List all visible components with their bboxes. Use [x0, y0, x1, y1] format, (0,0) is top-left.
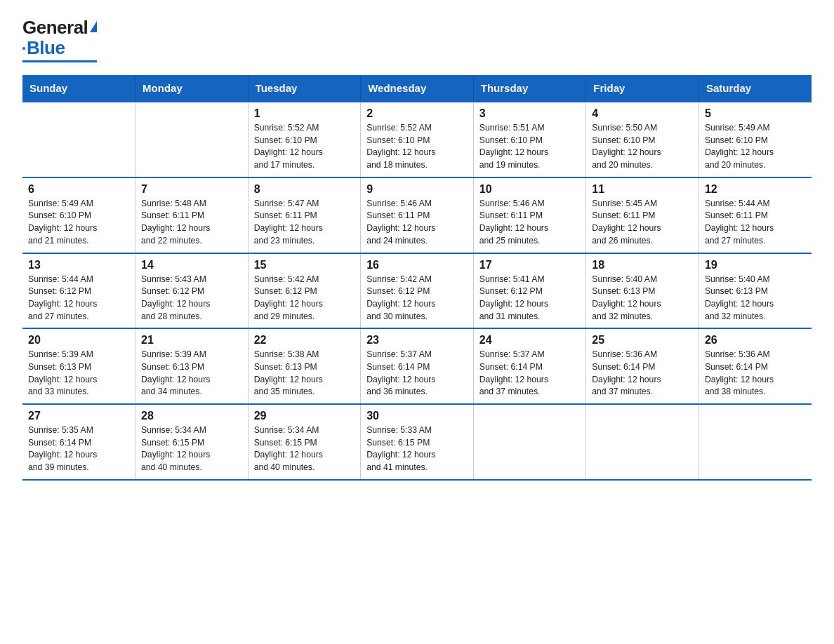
calendar-cell: 2Sunrise: 5:52 AM Sunset: 6:10 PM Daylig… — [361, 102, 474, 177]
day-info: Sunrise: 5:34 AM Sunset: 6:15 PM Dayligh… — [254, 424, 355, 474]
calendar-cell — [22, 102, 135, 177]
day-info: Sunrise: 5:40 AM Sunset: 6:13 PM Dayligh… — [705, 274, 806, 323]
day-info: Sunrise: 5:44 AM Sunset: 6:11 PM Dayligh… — [705, 198, 806, 248]
day-info: Sunrise: 5:48 AM Sunset: 6:11 PM Dayligh… — [141, 198, 242, 248]
day-number: 20 — [28, 334, 129, 347]
day-info: Sunrise: 5:39 AM Sunset: 6:13 PM Dayligh… — [28, 349, 129, 398]
day-info: Sunrise: 5:36 AM Sunset: 6:14 PM Dayligh… — [705, 349, 806, 398]
day-number: 7 — [141, 183, 242, 196]
day-number: 5 — [705, 107, 806, 120]
calendar-cell: 4Sunrise: 5:50 AM Sunset: 6:10 PM Daylig… — [586, 102, 699, 177]
day-info: Sunrise: 5:37 AM Sunset: 6:14 PM Dayligh… — [479, 349, 581, 398]
day-info: Sunrise: 5:36 AM Sunset: 6:14 PM Dayligh… — [592, 349, 693, 398]
day-info: Sunrise: 5:34 AM Sunset: 6:15 PM Dayligh… — [141, 424, 242, 474]
weekday-header-wednesday: Wednesday — [361, 75, 474, 102]
day-info: Sunrise: 5:46 AM Sunset: 6:11 PM Dayligh… — [479, 198, 581, 248]
day-number: 4 — [592, 107, 693, 120]
logo-triangle-icon — [90, 21, 97, 32]
day-info: Sunrise: 5:38 AM Sunset: 6:13 PM Dayligh… — [254, 349, 355, 398]
logo: General Blue — [22, 17, 97, 62]
day-number: 2 — [366, 107, 468, 120]
weekday-header-saturday: Saturday — [699, 75, 812, 102]
day-number: 17 — [479, 259, 581, 271]
day-info: Sunrise: 5:51 AM Sunset: 6:10 PM Dayligh… — [479, 122, 581, 172]
day-info: Sunrise: 5:50 AM Sunset: 6:10 PM Dayligh… — [592, 122, 693, 172]
calendar-cell: 22Sunrise: 5:38 AM Sunset: 6:13 PM Dayli… — [248, 328, 361, 404]
calendar-cell: 9Sunrise: 5:46 AM Sunset: 6:11 PM Daylig… — [361, 177, 474, 253]
logo-dot — [22, 47, 25, 50]
day-number: 13 — [28, 259, 129, 271]
calendar-cell: 30Sunrise: 5:33 AM Sunset: 6:15 PM Dayli… — [361, 404, 474, 480]
calendar-week-row: 20Sunrise: 5:39 AM Sunset: 6:13 PM Dayli… — [22, 328, 812, 404]
calendar-cell: 12Sunrise: 5:44 AM Sunset: 6:11 PM Dayli… — [699, 177, 812, 253]
day-info: Sunrise: 5:42 AM Sunset: 6:12 PM Dayligh… — [254, 274, 355, 323]
calendar-cell: 18Sunrise: 5:40 AM Sunset: 6:13 PM Dayli… — [586, 253, 699, 329]
day-info: Sunrise: 5:35 AM Sunset: 6:14 PM Dayligh… — [28, 424, 129, 474]
calendar-cell: 25Sunrise: 5:36 AM Sunset: 6:14 PM Dayli… — [586, 328, 699, 404]
day-number: 12 — [705, 183, 806, 196]
calendar-cell: 21Sunrise: 5:39 AM Sunset: 6:13 PM Dayli… — [135, 328, 249, 404]
calendar-week-row: 13Sunrise: 5:44 AM Sunset: 6:12 PM Dayli… — [22, 253, 812, 329]
calendar-cell: 5Sunrise: 5:49 AM Sunset: 6:10 PM Daylig… — [699, 102, 812, 177]
calendar-cell: 6Sunrise: 5:49 AM Sunset: 6:10 PM Daylig… — [22, 177, 135, 253]
day-number: 29 — [254, 410, 355, 422]
calendar-cell: 1Sunrise: 5:52 AM Sunset: 6:10 PM Daylig… — [248, 102, 361, 177]
day-info: Sunrise: 5:40 AM Sunset: 6:13 PM Dayligh… — [592, 274, 693, 323]
day-number: 6 — [28, 183, 129, 196]
calendar-header: SundayMondayTuesdayWednesdayThursdayFrid… — [22, 75, 812, 102]
calendar-cell: 10Sunrise: 5:46 AM Sunset: 6:11 PM Dayli… — [473, 177, 586, 253]
calendar-cell: 15Sunrise: 5:42 AM Sunset: 6:12 PM Dayli… — [248, 253, 361, 329]
calendar-cell: 29Sunrise: 5:34 AM Sunset: 6:15 PM Dayli… — [248, 404, 361, 480]
day-number: 16 — [366, 259, 468, 271]
day-number: 25 — [592, 334, 693, 347]
day-number: 21 — [141, 334, 242, 347]
day-number: 26 — [705, 334, 806, 347]
day-info: Sunrise: 5:43 AM Sunset: 6:12 PM Dayligh… — [141, 274, 242, 323]
day-info: Sunrise: 5:42 AM Sunset: 6:12 PM Dayligh… — [366, 274, 468, 323]
logo-underline — [22, 60, 97, 62]
day-number: 9 — [366, 183, 468, 196]
calendar-week-row: 6Sunrise: 5:49 AM Sunset: 6:10 PM Daylig… — [22, 177, 812, 253]
day-number: 3 — [479, 107, 581, 120]
calendar-cell: 24Sunrise: 5:37 AM Sunset: 6:14 PM Dayli… — [473, 328, 586, 404]
calendar-cell: 8Sunrise: 5:47 AM Sunset: 6:11 PM Daylig… — [248, 177, 361, 253]
day-info: Sunrise: 5:47 AM Sunset: 6:11 PM Dayligh… — [254, 198, 355, 248]
day-number: 30 — [366, 410, 468, 422]
weekday-header-tuesday: Tuesday — [248, 75, 361, 102]
calendar-cell: 13Sunrise: 5:44 AM Sunset: 6:12 PM Dayli… — [22, 253, 135, 329]
calendar-week-row: 27Sunrise: 5:35 AM Sunset: 6:14 PM Dayli… — [22, 404, 812, 480]
day-number: 14 — [141, 259, 242, 271]
calendar-cell: 7Sunrise: 5:48 AM Sunset: 6:11 PM Daylig… — [135, 177, 249, 253]
day-number: 18 — [592, 259, 693, 271]
day-info: Sunrise: 5:41 AM Sunset: 6:12 PM Dayligh… — [479, 274, 581, 323]
day-info: Sunrise: 5:52 AM Sunset: 6:10 PM Dayligh… — [366, 122, 468, 172]
day-info: Sunrise: 5:52 AM Sunset: 6:10 PM Dayligh… — [254, 122, 355, 172]
calendar-cell: 20Sunrise: 5:39 AM Sunset: 6:13 PM Dayli… — [22, 328, 135, 404]
calendar-body: 1Sunrise: 5:52 AM Sunset: 6:10 PM Daylig… — [22, 102, 812, 480]
day-number: 8 — [254, 183, 355, 196]
day-number: 11 — [592, 183, 693, 196]
day-number: 19 — [705, 259, 806, 271]
weekday-header-row: SundayMondayTuesdayWednesdayThursdayFrid… — [22, 75, 812, 102]
calendar-cell — [699, 404, 812, 480]
day-number: 27 — [28, 410, 129, 422]
page-header: General Blue — [22, 17, 812, 62]
day-number: 22 — [254, 334, 355, 347]
calendar-cell — [135, 102, 249, 177]
day-number: 24 — [479, 334, 581, 347]
calendar-cell: 16Sunrise: 5:42 AM Sunset: 6:12 PM Dayli… — [361, 253, 474, 329]
day-number: 1 — [254, 107, 355, 120]
day-info: Sunrise: 5:44 AM Sunset: 6:12 PM Dayligh… — [28, 274, 129, 323]
day-number: 15 — [254, 259, 355, 271]
day-number: 28 — [141, 410, 242, 422]
day-info: Sunrise: 5:37 AM Sunset: 6:14 PM Dayligh… — [366, 349, 468, 398]
day-number: 23 — [366, 334, 468, 347]
weekday-header-thursday: Thursday — [473, 75, 586, 102]
calendar-cell — [473, 404, 586, 480]
calendar-cell: 26Sunrise: 5:36 AM Sunset: 6:14 PM Dayli… — [699, 328, 812, 404]
calendar-table: SundayMondayTuesdayWednesdayThursdayFrid… — [22, 75, 812, 481]
calendar-week-row: 1Sunrise: 5:52 AM Sunset: 6:10 PM Daylig… — [22, 102, 812, 177]
calendar-cell: 23Sunrise: 5:37 AM Sunset: 6:14 PM Dayli… — [361, 328, 474, 404]
weekday-header-friday: Friday — [586, 75, 699, 102]
weekday-header-monday: Monday — [135, 75, 249, 102]
